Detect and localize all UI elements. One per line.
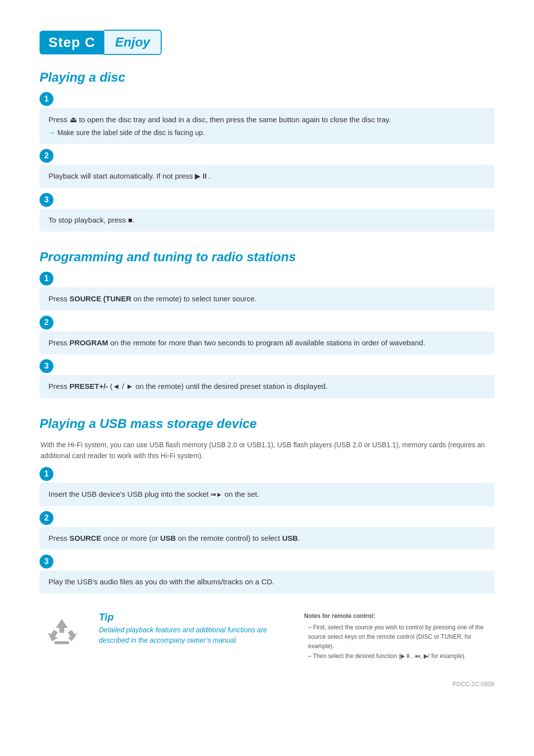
footer: PDCC-ZC-0808 — [40, 681, 494, 688]
svg-rect-0 — [54, 641, 69, 644]
tip-section: Tip Detailed playback features and addit… — [40, 612, 494, 661]
prog-step-num-1: 1 — [40, 272, 53, 285]
disc-step-num-1: 1 — [40, 92, 53, 106]
recycle-icon — [42, 614, 82, 654]
programming-title: Programming and tuning to radio stations — [40, 249, 494, 265]
usb-step-2: 2 Press SOURCE once or more (or USB on t… — [40, 512, 494, 550]
disc-step-2: 2 Playback will start automatically. If … — [40, 150, 494, 188]
step-label: Step C — [40, 31, 104, 54]
usb-step-num-3: 3 — [40, 555, 53, 568]
usb-step-3-box: Play the USB's audio files as you do wit… — [40, 570, 494, 594]
usb-step-1: 1 Insert the USB device's USB plug into … — [40, 468, 494, 506]
disc-step-2-box: Playback will start automatically. If no… — [40, 165, 494, 188]
prog-step-1: 1 Press SOURCE (TUNER on the remote) to … — [40, 273, 494, 311]
usb-step-2-box: Press SOURCE once or more (or USB on the… — [40, 527, 494, 550]
prog-step-num-3: 3 — [40, 359, 53, 373]
disc-step-3: 3 To stop playback, press ■. — [40, 194, 494, 232]
enjoy-label: Enjoy — [104, 30, 162, 55]
footer-code: PDCC-ZC-0808 — [452, 681, 494, 688]
disc-step-1-box: Press ⏏ to open the disc tray and load i… — [40, 108, 494, 144]
prog-step-3: 3 Press PRESET+/- (◄ / ► on the remote) … — [40, 360, 494, 398]
prog-step-num-2: 2 — [40, 316, 53, 330]
usb-intro-text: With the Hi-Fi system, you can use USB f… — [40, 439, 494, 462]
disc-step-num-2: 2 — [40, 149, 53, 163]
disc-step-1: 1 Press ⏏ to open the disc tray and load… — [40, 93, 494, 144]
section-usb: Playing a USB mass storage device With t… — [40, 416, 494, 594]
tip-label: Tip — [99, 612, 289, 623]
disc-step-num-3: 3 — [40, 193, 53, 207]
usb-step-num-2: 2 — [40, 511, 53, 525]
tip-body: Detailed playback features and additiona… — [99, 625, 289, 646]
tip-text-block: Tip Detailed playback features and addit… — [99, 612, 289, 646]
prog-step-1-box: Press SOURCE (TUNER on the remote) to se… — [40, 287, 494, 311]
tip-note-1: – First, select the source you wish to c… — [304, 623, 494, 652]
prog-step-3-box: Press PRESET+/- (◄ / ► on the remote) un… — [40, 375, 494, 398]
tip-notes: Notes for remote control: – First, selec… — [304, 612, 494, 661]
tip-icon — [40, 612, 84, 656]
disc-step-3-box: To stop playback, press ■. — [40, 209, 494, 232]
tip-note-2: – Then select the desired function (▶⏸, … — [304, 652, 494, 661]
prog-step-2-box: Press PROGRAM on the remote for more tha… — [40, 331, 494, 355]
step-header: Step C Enjoy — [40, 30, 494, 55]
tip-notes-title: Notes for remote control: — [304, 612, 494, 621]
usb-step-1-box: Insert the USB device's USB plug into th… — [40, 483, 494, 506]
disc-step-1-note: Make sure the label side of the disc is … — [48, 128, 486, 138]
section-playing-disc: Playing a disc 1 Press ⏏ to open the dis… — [40, 70, 494, 232]
section-programming: Programming and tuning to radio stations… — [40, 249, 494, 398]
usb-step-num-1: 1 — [40, 467, 53, 481]
prog-step-2: 2 Press PROGRAM on the remote for more t… — [40, 317, 494, 355]
usb-title: Playing a USB mass storage device — [40, 416, 494, 431]
usb-step-3: 3 Play the USB's audio files as you do w… — [40, 556, 494, 594]
playing-disc-title: Playing a disc — [40, 70, 494, 85]
